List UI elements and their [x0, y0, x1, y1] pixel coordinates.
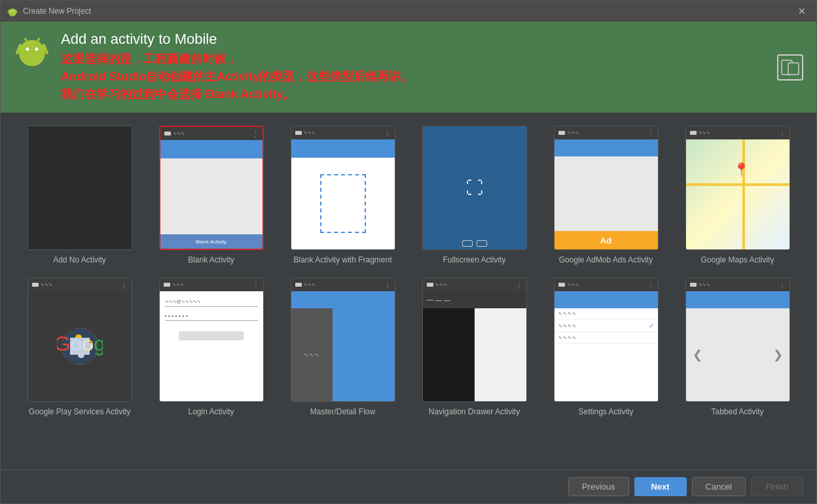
- activity-label-master-detail: Master/Detail Flow: [310, 407, 375, 416]
- activity-label-blank: Blank Activity: [188, 255, 234, 264]
- finish-button[interactable]: Finish: [751, 477, 803, 496]
- activity-label-maps: Google Maps Activity: [700, 255, 774, 264]
- activity-label-login: Login Activity: [188, 407, 234, 416]
- header-content: Add an activity to Mobile 这里选择的是，工程新建的时候…: [61, 31, 803, 103]
- activity-item-login[interactable]: ∿∿∿ ⋮ ∿∿∿@∿∿∿∿∿ ••••••• Login Activity: [152, 278, 270, 416]
- activity-label-tabbed: Tabbed Activity: [711, 407, 763, 416]
- activity-label-settings: Settings Activity: [578, 407, 633, 416]
- svg-point-5: [13, 10, 14, 12]
- svg-point-4: [10, 10, 12, 12]
- annotation-text: 这里选择的是，工程新建的时候， Android Studio自动创建的主Acti…: [61, 50, 803, 103]
- close-button[interactable]: ✕: [794, 5, 810, 18]
- activity-item-blank[interactable]: ∿∿∿ ⋮ Blank Activity Blank Activity: [152, 126, 270, 264]
- activity-item-gps[interactable]: ∿∿∿ ⋮ Goog: [20, 278, 139, 416]
- svg-point-14: [24, 38, 27, 41]
- activity-item-no-activity[interactable]: Add No Activity: [20, 126, 139, 264]
- svg-rect-7: [22, 45, 43, 61]
- dialog-footer: Previous Next Cancel Finish: [1, 469, 816, 503]
- activity-item-fullscreen[interactable]: ⛶ Fullscreen Activity: [415, 126, 534, 264]
- header-title: Add an activity to Mobile: [61, 31, 803, 48]
- activities-grid-row1: Add No Activity ∿∿∿ ⋮ Blank Activit: [20, 126, 797, 264]
- title-bar: Create New Project ✕: [1, 1, 816, 22]
- header: Add an activity to Mobile 这里选择的是，工程新建的时候…: [1, 22, 816, 113]
- android-logo-icon: [7, 6, 18, 16]
- activities-grid-row2: ∿∿∿ ⋮ Goog: [20, 278, 797, 416]
- activity-item-nav-drawer[interactable]: ∿∿∿ ⋮ Navigation Drawer Activity: [415, 278, 534, 416]
- dialog-title: Create New Project: [23, 7, 789, 16]
- cancel-button[interactable]: Cancel: [692, 477, 746, 496]
- activity-item-master-detail[interactable]: ∿∿∿ ⋮ ∿∿∿ Master/Detail Flow: [283, 278, 402, 416]
- activity-label-fullscreen: Fullscreen Activity: [443, 255, 505, 264]
- activity-label-admob: Google AdMob Ads Activity: [559, 255, 653, 264]
- next-button[interactable]: Next: [634, 477, 687, 496]
- svg-point-15: [37, 38, 40, 41]
- header-logo: [14, 31, 50, 70]
- activity-label-gps: Google Play Services Activity: [29, 407, 130, 416]
- activity-item-maps[interactable]: ∿∿∿ ⋮ 📍 Google Maps Activity: [678, 126, 797, 264]
- activity-item-admob[interactable]: ∿∿∿ ⋮ Ad Google AdMob Ads Activity: [547, 126, 665, 264]
- svg-point-10: [26, 48, 29, 51]
- dialog: Create New Project ✕ Add an activity to …: [0, 0, 817, 504]
- previous-button[interactable]: Previous: [568, 477, 629, 496]
- activity-label-no-activity: Add No Activity: [53, 255, 106, 264]
- activity-item-tabbed[interactable]: ∿∿∿ ⋮ ❮ ❯ Tabbed Activity: [678, 278, 797, 416]
- svg-rect-17: [788, 63, 799, 75]
- activity-label-blank-fragment: Blank Activity with Fragment: [293, 255, 391, 264]
- svg-rect-1: [10, 10, 15, 14]
- phone-tablet-icon: [777, 54, 803, 81]
- content-area: Add No Activity ∿∿∿ ⋮ Blank Activit: [1, 113, 816, 469]
- activity-item-blank-fragment[interactable]: ∿∿∿ ⋮ Blank Activity with Fragment: [283, 126, 402, 264]
- activity-item-settings[interactable]: ∿∿∿ ⋮ ∿∿∿∿ ∿∿∿∿ ✓ ∿∿∿: [547, 278, 665, 416]
- svg-point-11: [35, 48, 39, 51]
- activity-label-nav-drawer: Navigation Drawer Activity: [429, 407, 520, 416]
